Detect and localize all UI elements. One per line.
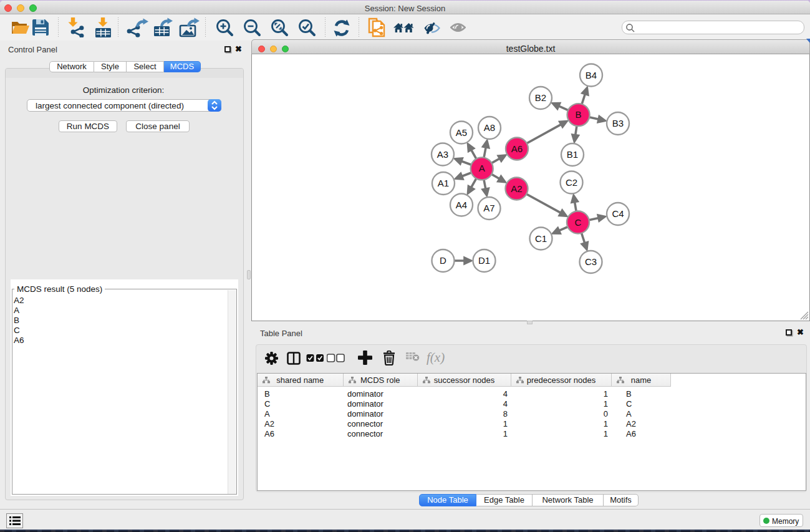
svg-text:A8: A8 bbox=[484, 122, 495, 133]
svg-text:A5: A5 bbox=[456, 127, 467, 138]
svg-text:B2: B2 bbox=[535, 92, 546, 103]
svg-text:A1: A1 bbox=[438, 178, 449, 188]
svg-text:B: B bbox=[576, 109, 582, 120]
svg-text:C: C bbox=[575, 217, 582, 228]
svg-text:D1: D1 bbox=[478, 255, 490, 266]
svg-text:A3: A3 bbox=[437, 149, 448, 160]
svg-text:A2: A2 bbox=[511, 183, 522, 194]
svg-text:C1: C1 bbox=[535, 233, 547, 244]
svg-text:C3: C3 bbox=[585, 256, 597, 267]
svg-text:B3: B3 bbox=[612, 118, 624, 128]
svg-text:C2: C2 bbox=[566, 177, 577, 188]
svg-text:B4: B4 bbox=[586, 70, 597, 80]
svg-text:A: A bbox=[479, 163, 485, 173]
svg-text:B1: B1 bbox=[567, 149, 578, 160]
svg-text:A7: A7 bbox=[483, 203, 494, 213]
svg-text:A6: A6 bbox=[511, 143, 523, 154]
svg-text:D: D bbox=[440, 255, 446, 266]
svg-text:C4: C4 bbox=[612, 208, 624, 219]
svg-text:A4: A4 bbox=[456, 200, 467, 210]
